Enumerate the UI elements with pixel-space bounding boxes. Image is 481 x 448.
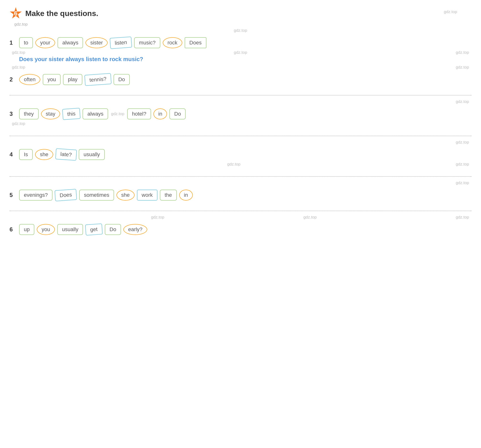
watermark-top-center: gdz.top [9, 28, 472, 33]
exercise-area: 1 to your always sister listen music? ro… [9, 37, 472, 235]
exercise-number-badge: 6 [9, 7, 22, 20]
row-number-4: 4 [9, 151, 17, 158]
word-in-3: in [153, 108, 167, 119]
word-to: to [19, 37, 33, 48]
word-the-5: the [160, 190, 177, 201]
word-late: late? [55, 148, 77, 161]
row-6: 6 up you usually get Do early? [9, 224, 472, 235]
word-do-3: Do [169, 108, 186, 119]
answer-line-5 [9, 202, 472, 211]
word-sometimes: sometimes [79, 190, 114, 201]
watermarks-row-3a: gdz.top [9, 121, 472, 126]
word-in-5: in [179, 190, 193, 201]
word-get: get [85, 224, 103, 236]
word-this: this [62, 108, 80, 120]
word-hotel: hotel? [127, 108, 151, 119]
row-number-3: 3 [9, 111, 17, 117]
word-sister: sister [85, 37, 108, 48]
row-number-6: 6 [9, 226, 17, 233]
word-your: your [35, 37, 55, 48]
word-play: play [63, 74, 82, 85]
watermarks-row-2: gdz.top [9, 99, 472, 104]
row-3: 3 they stay this always gdz.top hotel? i… [9, 108, 472, 119]
watermarks-row-4a: gdz.top gdz.top [9, 162, 472, 167]
word-listen: listen [110, 37, 132, 49]
word-do-6: Do [105, 224, 121, 235]
row-number-1: 1 [9, 39, 17, 46]
word-is: Is [19, 149, 33, 160]
answer-1: Does your sister always listen to rock m… [19, 56, 472, 62]
word-stay: stay [41, 108, 60, 119]
watermark-top-right: gdz.top [444, 9, 457, 14]
word-does-5: Does [55, 189, 77, 201]
word-usually-4: usually [79, 149, 105, 160]
watermarks-row-1b: gdz.top gdz.top [9, 65, 472, 70]
answer-line-4 [9, 168, 472, 177]
word-early: early? [123, 224, 147, 235]
word-rock: rock [163, 37, 182, 48]
word-do-2: Do [113, 74, 130, 85]
word-they: they [19, 108, 39, 119]
exercise-header: 6 Make the questions. [9, 7, 472, 20]
word-usually-6: usually [57, 224, 83, 235]
exercise-title: Make the questions. [25, 9, 98, 18]
word-you-6: you [37, 224, 55, 235]
watermarks-row-3b: gdz.top [9, 140, 472, 145]
word-always-1: always [58, 37, 83, 48]
word-does-1: Does [185, 37, 206, 48]
row-2: 2 often you play tennis? Do [9, 74, 472, 85]
watermark-header-sub: gdz.top [14, 22, 472, 27]
answer-line-3 [9, 128, 472, 136]
word-she-5: she [116, 190, 134, 201]
word-you-2: you [43, 74, 60, 85]
word-evenings: evenings? [19, 190, 53, 201]
word-music: music? [134, 37, 160, 48]
word-work: work [137, 190, 158, 201]
row-5: 5 evenings? Does sometimes she work the … [9, 190, 472, 201]
word-often: often [19, 74, 40, 85]
word-always-3: always [83, 108, 108, 119]
row-1: 1 to your always sister listen music? ro… [9, 37, 472, 48]
row-number-2: 2 [9, 76, 17, 83]
row-number-5: 5 [9, 192, 17, 198]
row-4: 4 Is she late? usually [9, 149, 472, 160]
answer-line-2 [9, 87, 472, 95]
watermarks-row-4b: gdz.top [9, 181, 472, 185]
word-she-4: she [35, 149, 53, 160]
word-tennis: tennis? [84, 73, 112, 86]
word-up: up [19, 224, 34, 235]
watermarks-row-1: gdz.top gdz.top gdz.top [9, 50, 472, 55]
watermarks-row-5: gdz.top gdz.top gdz.top [9, 215, 472, 220]
